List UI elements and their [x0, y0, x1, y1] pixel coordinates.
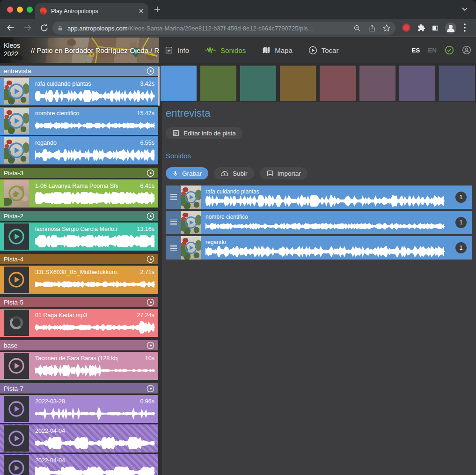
sound-item[interactable]: regando6.55s — [0, 136, 158, 164]
sound-item[interactable]: nombre cientifico15.47s — [0, 107, 158, 135]
play-icon[interactable] — [184, 216, 198, 229]
sound-thumbnail[interactable] — [4, 310, 29, 336]
record-extension-icon[interactable] — [403, 24, 410, 31]
extensions-puzzle-icon[interactable] — [417, 24, 425, 32]
play-icon[interactable] — [8, 83, 25, 100]
account-icon[interactable] — [462, 45, 471, 55]
play-icon[interactable] — [8, 112, 25, 129]
sound-title: Taconeo de Sara Baras (128 kbps).mp3 — [35, 355, 118, 362]
play-track-icon[interactable] — [146, 385, 154, 393]
sound-item[interactable]: lacrimosa Sergio García Merlo.mp313.16s — [0, 223, 158, 251]
play-icon[interactable] — [184, 241, 198, 254]
browser-tab[interactable]: Play Antropoloops — [35, 3, 148, 19]
track-header-Pista-3[interactable]: Pista-3 — [0, 168, 158, 178]
track-swatch-3[interactable] — [240, 66, 276, 101]
close-tab-icon[interactable] — [139, 8, 144, 14]
sound-thumbnail-photo[interactable] — [181, 236, 201, 260]
track-swatch-6[interactable] — [359, 66, 395, 101]
play-icon[interactable] — [8, 460, 25, 475]
sound-thumbnail[interactable] — [4, 396, 29, 422]
new-tab-button[interactable] — [154, 6, 161, 13]
sound-thumbnail[interactable] — [4, 455, 29, 475]
waveform-icon — [205, 46, 216, 54]
tab-search-chevron-icon[interactable] — [461, 7, 468, 12]
play-track-icon[interactable] — [146, 341, 154, 349]
track-swatch-2[interactable] — [200, 66, 236, 101]
play-icon[interactable] — [8, 430, 25, 447]
close-window-button[interactable] — [7, 7, 13, 13]
sound-thumbnail-photo[interactable] — [4, 108, 29, 134]
track-header-entrevista[interactable]: entrevista — [0, 66, 158, 76]
browser-menu-icon[interactable] — [464, 23, 466, 32]
nav-tab-info[interactable]: Info — [165, 46, 189, 54]
play-icon[interactable] — [8, 142, 25, 159]
back-button[interactable] — [6, 23, 15, 32]
sound-drag-handle[interactable] — [166, 211, 181, 234]
sound-thumbnail[interactable] — [4, 223, 29, 250]
nav-tab-mapa[interactable]: Mapa — [262, 46, 293, 54]
share-icon[interactable] — [368, 24, 376, 32]
play-icon[interactable] — [8, 271, 25, 288]
play-track-icon[interactable] — [146, 169, 154, 177]
play-track-icon[interactable] — [146, 255, 154, 263]
reload-button[interactable] — [40, 23, 49, 32]
play-track-icon[interactable] — [146, 212, 154, 220]
subir-button[interactable]: Subir — [214, 167, 254, 179]
sound-thumbnail[interactable] — [4, 353, 29, 379]
language-en[interactable]: EN — [428, 47, 437, 54]
sound-item[interactable]: 01 Raga Kedar.mp327.24s — [0, 309, 158, 337]
importar-button[interactable]: Importar — [260, 167, 308, 179]
track-swatch-1-active[interactable] — [161, 66, 197, 101]
zoom-icon[interactable] — [353, 24, 361, 32]
track-swatch-4[interactable] — [280, 66, 316, 101]
sync-check-icon[interactable] — [445, 45, 454, 55]
track-header-base[interactable]: base — [0, 340, 158, 350]
sound-thumbnail-photo[interactable] — [181, 186, 201, 209]
edit-track-info-button[interactable]: Editar info de pista — [166, 127, 242, 139]
minimize-window-button[interactable] — [17, 7, 23, 13]
profile-avatar[interactable] — [445, 22, 457, 34]
sound-item[interactable]: 2022-04-04 — [0, 454, 158, 475]
play-icon[interactable] — [8, 357, 25, 374]
url-bar[interactable]: app.antropoloops.com/Kleos-Santa-Marina/… — [52, 22, 395, 35]
nav-tab-sonidos[interactable]: Sonidos — [205, 46, 246, 54]
sound-thumbnail[interactable] — [4, 267, 29, 293]
forward-button[interactable] — [23, 23, 32, 32]
sound-thumbnail-photo[interactable] — [4, 180, 29, 207]
play-track-icon[interactable] — [146, 67, 154, 75]
sound-item[interactable]: Taconeo de Sara Baras (128 kbps).mp310s — [0, 352, 158, 380]
nav-tab-tocar[interactable]: Tocar — [308, 46, 339, 55]
sidebar-scrollbar-thumb[interactable] — [158, 66, 160, 106]
sound-thumbnail-photo[interactable] — [4, 137, 29, 163]
sound-thumbnail-photo[interactable] — [4, 78, 29, 104]
track-header-Pista-4[interactable]: Pista-4 — [0, 254, 158, 264]
sound-drag-handle[interactable] — [166, 186, 181, 209]
sound-item[interactable]: 1-06 Lavanya Rama Poorna Shadjam Rupak..… — [0, 179, 158, 208]
play-icon[interactable] — [8, 401, 25, 417]
panel-sound-row[interactable]: rafa cuidando plantas1 — [166, 186, 472, 209]
track-header-Pista-7[interactable]: Pista-7 — [0, 383, 158, 393]
grabar-button[interactable]: Grabar — [166, 167, 208, 179]
maximize-window-button[interactable] — [27, 7, 33, 13]
sound-thumbnail-photo[interactable] — [181, 211, 201, 234]
play-icon[interactable] — [8, 185, 25, 202]
track-swatch-7[interactable] — [399, 66, 435, 101]
play-icon[interactable] — [8, 228, 25, 245]
panel-sound-row[interactable]: nombre cientifico1 — [166, 211, 472, 234]
panel-sound-row[interactable]: regando1 — [166, 236, 472, 260]
track-header-Pista-2[interactable]: Pista-2 — [0, 211, 158, 221]
language-es[interactable]: ES — [411, 47, 420, 54]
sound-item[interactable]: 2022-03-280.96s — [0, 395, 158, 423]
track-header-Pista-5[interactable]: Pista-5 — [0, 297, 158, 307]
side-panel-icon[interactable] — [432, 24, 439, 32]
sound-thumbnail[interactable] — [4, 425, 29, 452]
bookmark-star-icon[interactable] — [382, 24, 391, 32]
play-track-icon[interactable] — [146, 298, 154, 306]
sound-drag-handle[interactable] — [166, 236, 181, 260]
sound-item[interactable]: rafa cuidando plantas3.42s — [0, 77, 158, 105]
track-swatch-5[interactable] — [320, 66, 356, 101]
track-swatch-8[interactable] — [439, 66, 475, 101]
play-icon[interactable] — [184, 191, 198, 204]
sound-item[interactable]: 2022-04-04 — [0, 424, 158, 453]
sound-item[interactable]: 33ESX6038_B5_Muthedukkum.mp32.71s — [0, 266, 158, 294]
